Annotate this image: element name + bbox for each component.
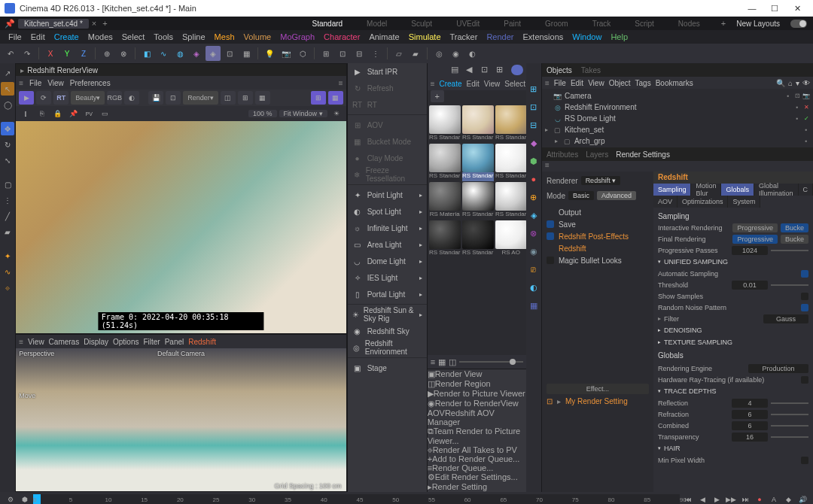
field2-icon[interactable]: ▦	[239, 46, 254, 61]
mat-menu-select[interactable]: Select	[504, 80, 525, 88]
point-mode-icon[interactable]: ⋮	[1, 193, 14, 207]
mysetting-radio[interactable]: ⊡	[547, 397, 553, 405]
layout-tab-paint[interactable]: Paint	[493, 20, 531, 28]
material-cell[interactable]: RS Materia	[429, 182, 461, 220]
viewport-image[interactable]: Perspective Default Camera Move Grid Spa…	[16, 348, 346, 491]
mat-back-icon[interactable]: ◀	[466, 65, 478, 75]
ir-bucket[interactable]: Bucke	[781, 223, 808, 232]
rv-channel-icon[interactable]: ◐	[124, 91, 139, 105]
layout-tab-groom[interactable]: Groom	[534, 20, 579, 28]
mat-redshift-icon[interactable]	[511, 65, 523, 75]
om-menu-view[interactable]: View	[588, 79, 604, 87]
save-item[interactable]: Save	[559, 220, 576, 229]
render-settings-tab[interactable]: Render Settings	[616, 147, 670, 161]
object-tag[interactable]: ✕	[802, 104, 810, 111]
material-cell[interactable]: RS Standar	[429, 220, 461, 258]
rotate-tool-icon[interactable]: ↻	[1, 138, 14, 151]
rv-refresh-icon[interactable]: ⟳	[36, 91, 51, 105]
rendmenu-render-all-takes-to-pv[interactable]: ⎆Render All Takes to PV	[428, 445, 526, 454]
snap3-icon[interactable]: ⊟	[352, 46, 367, 61]
om-eye-icon[interactable]: 👁	[802, 79, 810, 87]
pp-slider[interactable]	[771, 250, 808, 251]
object-tag[interactable]: ▪	[802, 138, 810, 145]
auto-checkbox[interactable]	[801, 270, 808, 278]
ir-prog[interactable]: Progressive	[732, 223, 778, 232]
tl-next-icon[interactable]: ▶▶	[725, 494, 737, 504]
menu-extensions[interactable]: Extensions	[519, 32, 567, 41]
rv-pin-icon[interactable]: 📌	[66, 108, 80, 120]
layout-tab-standard[interactable]: Standard	[302, 20, 354, 28]
rmenu-refresh[interactable]: ↻Refresh	[348, 80, 427, 96]
filter-value[interactable]: Gauss	[763, 314, 808, 323]
rv-exposure-icon[interactable]: ☀	[330, 108, 343, 120]
advanced-button[interactable]: Advanced	[597, 191, 636, 200]
om-menu-tags[interactable]: Tags	[635, 79, 651, 87]
tab-close-icon[interactable]: ×	[92, 19, 96, 28]
light-icon[interactable]: 💡	[262, 46, 277, 61]
rmenu-portal-light[interactable]: ▯Portal Light	[348, 286, 427, 302]
om-menu-object[interactable]: Object	[609, 79, 631, 87]
axis-y[interactable]: Y	[59, 46, 75, 61]
om-home-icon[interactable]: ⌂	[788, 79, 793, 87]
mat-size-slider[interactable]	[459, 361, 523, 363]
vtool-4[interactable]: ⬢	[528, 155, 540, 167]
pin-icon[interactable]: 📌	[5, 19, 15, 29]
mbl-checkbox[interactable]	[547, 257, 554, 264]
layout-tab-model[interactable]: Model	[356, 20, 397, 28]
axis-x[interactable]: X	[43, 46, 58, 61]
rv-zoom-field[interactable]: 100 %	[248, 110, 277, 117]
om-menu-edit[interactable]: Edit	[571, 79, 583, 87]
material-cell[interactable]: RS AO	[495, 220, 526, 258]
tab-c[interactable]: C	[799, 184, 814, 196]
tl-rec-icon[interactable]: ●	[754, 494, 766, 504]
tab-gi[interactable]: Global Illumination	[754, 184, 799, 196]
vtool-6[interactable]: ⊕	[528, 191, 540, 203]
field-icon[interactable]: ⊡	[222, 46, 237, 61]
gen-icon[interactable]: ◈	[189, 46, 204, 61]
rv-rt-button[interactable]: RT	[53, 91, 69, 105]
rmenu-dome-light[interactable]: ◡Dome Light	[348, 253, 427, 269]
rendmenu-edit-render-settings-[interactable]: ⚙Edit Render Settings...	[428, 472, 526, 482]
rmenu-clay-mode[interactable]: ●Clay Mode	[348, 150, 427, 166]
move-tool-icon[interactable]: ✥	[1, 122, 14, 135]
redo-icon[interactable]: ↷	[20, 46, 35, 61]
vtool-1[interactable]: ⊡	[528, 101, 540, 113]
mat-view-large-icon[interactable]: ◫	[449, 357, 456, 367]
tab-aov[interactable]: AOV	[653, 196, 678, 208]
menu-render[interactable]: Render	[483, 32, 517, 41]
rendmenu-render-to-picture-viewer[interactable]: ▶Render to Picture Viewer	[428, 389, 526, 399]
menu-character[interactable]: Character	[320, 32, 364, 41]
effect-button[interactable]: Effect...	[547, 384, 649, 394]
material-cell[interactable]: RS Standar	[462, 105, 494, 143]
rv-history-icon[interactable]: ⎘	[35, 108, 48, 120]
maximize-button[interactable]: ☐	[763, 4, 786, 14]
coord2-icon[interactable]: ⊗	[116, 46, 131, 61]
rv-bucket-icon[interactable]: ◫	[221, 91, 236, 105]
comb-slider[interactable]	[771, 425, 808, 427]
lasso-icon[interactable]: ◯	[1, 98, 14, 111]
cube-icon[interactable]: ◧	[139, 46, 154, 61]
view2-icon[interactable]: ◉	[448, 46, 463, 61]
tool-b-icon[interactable]: ∿	[1, 265, 14, 278]
mat-add-button[interactable]: +	[431, 90, 444, 102]
renderer-dropdown[interactable]: Redshift ▾	[581, 176, 621, 185]
rmenu-bucket-mode[interactable]: ▦Bucket Mode	[348, 133, 427, 150]
material-cell[interactable]: RS Standar	[462, 220, 494, 258]
rmenu-freeze-tessellation[interactable]: ❄Freeze Tessellation	[348, 166, 427, 183]
thresh-value[interactable]: 0.01	[732, 281, 768, 290]
output-item[interactable]: Output	[559, 208, 581, 217]
pfx-checkbox[interactable]	[547, 232, 554, 240]
vp-menu-options[interactable]: Options	[113, 338, 139, 346]
mat-layout-icon[interactable]: ▤	[451, 65, 463, 75]
rmenu-start-ipr[interactable]: ▶Start IPR	[348, 63, 427, 80]
tab-motionblur[interactable]: Motion Blur	[691, 184, 721, 196]
menu-volume[interactable]: Volume	[240, 32, 276, 41]
layout-toggle[interactable]	[790, 20, 807, 28]
mat-menu-view[interactable]: View	[484, 80, 501, 88]
tab-opt[interactable]: Optimizations	[678, 196, 729, 208]
rmenu-spot-light[interactable]: ◐Spot Light	[348, 203, 427, 220]
renderview-tab[interactable]: ▸ Redshift RenderView	[16, 64, 346, 76]
active-gen-icon[interactable]: ◈	[206, 46, 221, 61]
trans-value[interactable]: 16	[732, 433, 768, 442]
hair-header[interactable]: HAIR	[658, 442, 808, 454]
